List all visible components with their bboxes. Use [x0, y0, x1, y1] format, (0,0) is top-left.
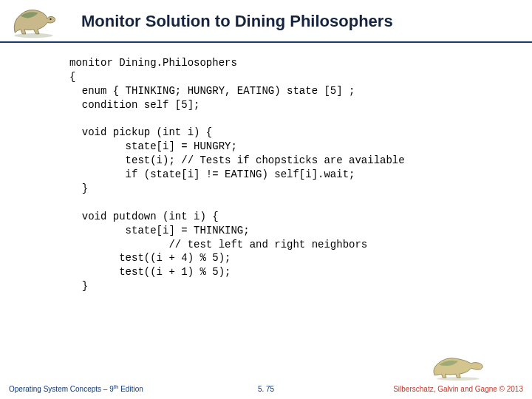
code-line: enum { THINKING; HUNGRY, EATING) state […	[69, 85, 355, 97]
code-line: condition self [5];	[69, 99, 200, 111]
footer-copyright: Silberschatz, Galvin and Gagne © 2013	[393, 385, 523, 393]
footer-edition-suffix: Edition	[118, 385, 143, 393]
code-line: test((i + 4) % 5);	[69, 252, 231, 264]
code-line: }	[69, 280, 88, 292]
footer-book-title: Operating System Concepts – 9	[9, 385, 114, 393]
slide-title: Monitor Solution to Dining Philosophers	[81, 12, 393, 31]
svg-point-1	[50, 18, 51, 20]
footer-left: Operating System Concepts – 9th Edition	[9, 383, 143, 393]
code-line: void putdown (int i) {	[69, 211, 219, 222]
code-line: test((i + 1) % 5);	[69, 266, 231, 278]
code-line: {	[69, 71, 75, 83]
code-line: state[i] = HUNGRY;	[69, 140, 237, 152]
code-line: }	[69, 183, 88, 194]
code-line: if (state[i] != EATING) self[i].wait;	[69, 168, 355, 180]
code-block: monitor Dining.Philosophers { enum { THI…	[0, 43, 532, 293]
slide-footer: Operating System Concepts – 9th Edition …	[0, 377, 532, 393]
code-line: void pickup (int i) {	[69, 126, 212, 138]
dinosaur-left-icon	[6, 4, 64, 38]
footer-page-number: 5. 75	[258, 385, 274, 393]
svg-point-0	[14, 33, 52, 38]
code-line: state[i] = THINKING;	[69, 225, 250, 236]
code-line: monitor Dining.Philosophers	[69, 57, 237, 69]
code-line: // test left and right neighbors	[69, 239, 367, 250]
slide-header: Monitor Solution to Dining Philosophers	[0, 0, 532, 43]
code-line: test(i); // Tests if chopsticks are avai…	[69, 154, 405, 166]
slide: Monitor Solution to Dining Philosophers …	[0, 0, 532, 399]
